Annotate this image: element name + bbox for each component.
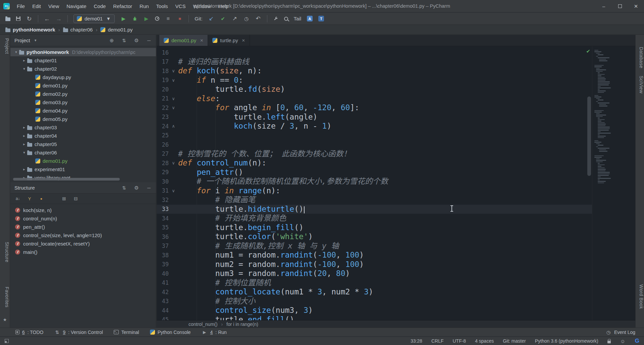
line-number[interactable]: 31 bbox=[157, 187, 169, 194]
line-number[interactable]: 25 bbox=[157, 132, 169, 139]
close-icon[interactable]: ✕ bbox=[242, 38, 245, 43]
close-icon[interactable]: ✕ bbox=[200, 38, 203, 43]
stripe-item-structure[interactable]: Structure bbox=[0, 242, 10, 262]
hide-icon[interactable]: ─ bbox=[146, 186, 152, 190]
run-configs-icon[interactable]: ≡ bbox=[165, 16, 171, 21]
chevron-right-icon[interactable]: ▸ bbox=[21, 142, 27, 146]
tree-row[interactable]: demo01.py bbox=[10, 157, 156, 165]
fold-marker-icon[interactable]: ∧ bbox=[169, 124, 178, 129]
tree-row[interactable]: ▸chapter01 bbox=[10, 56, 156, 65]
hector-icon[interactable]: ☺ bbox=[620, 339, 626, 344]
editor-scrollbar[interactable] bbox=[587, 46, 592, 320]
code-line[interactable]: 22∨ for angle in [0, 60, -120, 60]: bbox=[157, 103, 635, 113]
indent-style[interactable]: 4 spaces bbox=[475, 338, 494, 344]
menu-vcs[interactable]: VCS bbox=[172, 0, 190, 12]
breadcrumb-item[interactable]: pythonHomework bbox=[5, 27, 55, 32]
tree-row[interactable]: demo01.py bbox=[10, 81, 156, 90]
horizontal-scrollbar[interactable] bbox=[13, 178, 120, 181]
code-line[interactable]: 21∨ else: bbox=[157, 94, 635, 104]
run-config-select[interactable]: demo01▾ bbox=[73, 14, 115, 23]
code-line[interactable]: 41 # 控制位置随机 bbox=[157, 278, 635, 288]
stripe-item-sciview[interactable]: SciView bbox=[636, 76, 644, 93]
code-line[interactable]: 31∨ for i in range(n): bbox=[157, 186, 635, 196]
code-line[interactable]: 40 num3 = random.randint(20, 80) bbox=[157, 269, 635, 278]
toolwindow-button-version-control[interactable]: ⇅9: Version Control bbox=[54, 330, 103, 335]
rollback-icon[interactable]: ↶ bbox=[255, 16, 261, 21]
menu-tools[interactable]: Tools bbox=[153, 0, 172, 12]
git-commit-icon[interactable]: ✔ bbox=[220, 16, 226, 21]
tree-row[interactable]: demo05.py bbox=[10, 115, 156, 123]
expand-all-icon[interactable]: ⊞ bbox=[61, 196, 67, 201]
menu-file[interactable]: File bbox=[13, 0, 29, 12]
save-all-icon[interactable] bbox=[16, 16, 20, 21]
toolwindow-button-event-log[interactable]: ◷Event Log bbox=[605, 330, 635, 335]
tree-row[interactable]: ▸experiment01 bbox=[10, 165, 156, 174]
line-number[interactable]: 41 bbox=[157, 279, 169, 286]
magnifier-icon[interactable] bbox=[284, 17, 288, 21]
open-project-icon[interactable] bbox=[5, 17, 10, 21]
inspections-ok-icon[interactable]: ✔ bbox=[586, 48, 590, 54]
line-number[interactable]: 23 bbox=[157, 114, 169, 120]
code-line[interactable]: 18∨def koch(size, n): bbox=[157, 66, 635, 76]
fold-marker-icon[interactable]: ∨ bbox=[169, 160, 178, 165]
file-encoding[interactable]: UTF-8 bbox=[452, 338, 466, 344]
tree-row[interactable]: demo03.py bbox=[10, 98, 156, 107]
git-update-icon[interactable]: ↙ bbox=[208, 16, 214, 21]
maximize-button[interactable] bbox=[612, 0, 628, 12]
line-number[interactable]: 42 bbox=[157, 289, 169, 295]
tab-demo01-py[interactable]: demo01.py✕ bbox=[159, 35, 208, 46]
coverage-run-icon[interactable]: ▶ bbox=[143, 16, 149, 21]
locate-icon[interactable]: ⊕ bbox=[109, 38, 115, 43]
menu-code[interactable]: Code bbox=[90, 0, 109, 12]
line-number[interactable]: 29 bbox=[157, 169, 169, 176]
tree-row[interactable]: daydayup.py bbox=[10, 73, 156, 81]
tree-row[interactable]: demo02.py bbox=[10, 90, 156, 98]
line-number[interactable]: 28 bbox=[157, 160, 169, 166]
history-icon[interactable]: ◷ bbox=[244, 16, 250, 21]
forward-icon[interactable]: → bbox=[56, 16, 62, 22]
line-number[interactable]: 35 bbox=[157, 224, 169, 231]
line-number[interactable]: 38 bbox=[157, 252, 169, 259]
chevron-down-icon[interactable]: ▾ bbox=[21, 67, 27, 71]
line-number[interactable]: 40 bbox=[157, 270, 169, 277]
back-icon[interactable]: ← bbox=[44, 16, 50, 22]
fold-marker-icon[interactable]: ∨ bbox=[169, 105, 178, 110]
line-number[interactable]: 33 bbox=[157, 206, 169, 212]
stripe-item-database[interactable]: Database bbox=[636, 47, 644, 68]
toolwindow-button-python-console[interactable]: Python Console bbox=[150, 330, 191, 335]
line-number[interactable]: 39 bbox=[157, 261, 169, 268]
tree-row[interactable]: ▾chapter02 bbox=[10, 65, 156, 73]
code-line[interactable]: 32 # 隐藏画笔 bbox=[157, 195, 635, 205]
tree-row[interactable]: ▸chapter05 bbox=[10, 140, 156, 148]
line-number[interactable]: 27 bbox=[157, 150, 169, 157]
structure-item[interactable]: fcontrol_locate(resetX, resetY) bbox=[10, 239, 156, 248]
sync-icon[interactable]: ↻ bbox=[26, 16, 32, 22]
editor-breadcrumb-item[interactable]: control_num() bbox=[189, 322, 217, 327]
chevron-down-icon[interactable]: ▾ bbox=[13, 50, 19, 54]
collapse-icon[interactable]: ⇅ bbox=[121, 186, 127, 190]
translate-settings-icon[interactable]: T bbox=[318, 16, 324, 21]
menu-navigate[interactable]: Navigate bbox=[63, 0, 90, 12]
code-line[interactable]: 26 bbox=[157, 140, 635, 149]
code-line[interactable]: 39 num2 = random.randint(-100, 100) bbox=[157, 260, 635, 269]
line-number[interactable]: 36 bbox=[157, 233, 169, 240]
toolwindow-toggle-icon[interactable] bbox=[5, 339, 9, 343]
code-line[interactable]: 19∨ if n == 0: bbox=[157, 76, 635, 85]
google-translate-icon[interactable]: G bbox=[635, 338, 639, 344]
code-line[interactable]: 42 control_locate(num1 * 3, num2 * 3) bbox=[157, 287, 635, 297]
toolwindow-button-terminal[interactable]: Terminal bbox=[114, 330, 139, 335]
code-line[interactable]: 36 turtle.color('white') bbox=[157, 232, 635, 242]
chevron-down-icon[interactable]: ▾ bbox=[33, 39, 39, 42]
editor-breadcrumb-item[interactable]: for i in range(n) bbox=[226, 322, 258, 327]
fold-marker-icon[interactable]: ∨ bbox=[169, 188, 178, 193]
chevron-right-icon[interactable]: ▸ bbox=[21, 125, 27, 130]
python-interpreter[interactable]: Python 3.6 (pythonHomework) bbox=[535, 338, 598, 344]
structure-item[interactable]: fcontrol_num(n) bbox=[10, 214, 156, 223]
git-push-icon[interactable]: ↗ bbox=[232, 16, 238, 21]
chevron-right-icon[interactable]: ▸ bbox=[21, 58, 27, 63]
line-number[interactable]: 34 bbox=[157, 215, 169, 222]
favorites-star-icon[interactable]: ★ bbox=[0, 317, 10, 322]
menu-refactor[interactable]: Refactor bbox=[109, 0, 136, 12]
line-number[interactable]: 24 bbox=[157, 123, 169, 130]
fold-marker-icon[interactable]: ∨ bbox=[169, 78, 178, 83]
